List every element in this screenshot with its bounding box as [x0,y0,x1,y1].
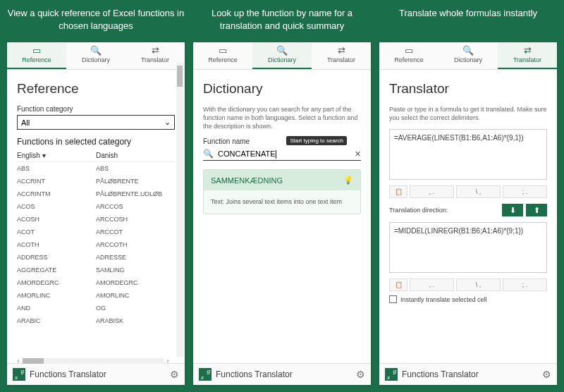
gear-icon[interactable]: ⚙ [542,369,551,380]
result-desc: Text: Joins several text items into one … [204,190,360,214]
tab-dictionary[interactable]: 🔍Dictionary [439,42,498,69]
clear-icon[interactable]: ✕ [355,149,361,159]
delim-button[interactable]: ; . [503,278,547,291]
table-row[interactable]: ACOTHARCCOTH [17,238,175,251]
sort-desc-icon: ▾ [42,152,46,159]
delimiter-row-top: 📋 , . \ , ; . [389,185,547,198]
tooltip: Start typing to search [286,136,347,145]
paste-icon[interactable]: 📋 [389,278,407,291]
search-icon: 🔍 [440,46,496,56]
panel-dictionary: ▭Reference 🔍Dictionary ⇄Translator Dicti… [193,42,371,385]
caption-dictionary: Look up the function by name for a trans… [193,7,371,34]
app-logo-icon [13,368,25,381]
checkbox-icon [389,295,397,303]
translate-icon: ⇄ [313,46,369,56]
page-title: Reference [17,81,175,97]
category-select[interactable]: All⌄ [17,115,175,130]
tab-translator[interactable]: ⇄Translator [498,42,557,69]
gear-icon[interactable]: ⚙ [170,369,179,380]
category-label: Function category [17,105,175,113]
panel-translator: ▭Reference 🔍Dictionary ⇄Translator Trans… [379,42,557,385]
reference-tab-icon: ▭ [8,46,65,56]
function-list: ABSABSACCRINTPÅLØBRENTEACCRINTMPÅLØBRENT… [17,162,175,327]
page-title: Dictionary [203,81,361,97]
tab-dictionary[interactable]: 🔍Dictionary [66,42,125,69]
scroll-thumb[interactable] [177,66,183,87]
table-row[interactable]: ACOSHARCCOSH [17,213,175,226]
description: With the dictionary you can search for a… [203,105,361,130]
result-card[interactable]: SAMMENKÆDNING💡 Text: Joins several text … [203,169,361,214]
table-row[interactable]: AMORLINCAMORLINC [17,289,175,302]
formula-input[interactable]: =AVERAGE(LINEST(B1:B6,A1:A6)*{9,1}) [389,129,547,180]
reference-tab-icon: ▭ [195,46,251,56]
formula-output[interactable]: =MIDDEL(LINREGR(B1:B6;A1:A6)*{9;1}) [389,222,547,273]
scrollbar-horizontal[interactable]: ‹› [14,357,172,365]
search-icon: 🔍 [68,46,124,56]
col-english[interactable]: English ▾ [17,152,96,159]
table-row[interactable]: ADDRESSADRESSE [17,251,175,264]
translate-down-button[interactable]: ⬇ [502,204,523,216]
lightbulb-icon: 💡 [343,176,353,185]
table-row[interactable]: ACCRINTMPÅLØBRENTE.UDLØB [17,188,175,200]
paste-icon[interactable]: 📋 [389,185,407,198]
chevron-down-icon: ⌄ [164,118,171,127]
tab-reference[interactable]: ▭Reference [379,42,439,69]
delim-button[interactable]: , . [410,185,454,198]
tabs: ▭Reference 🔍Dictionary ⇄Translator [7,42,185,70]
caption-translator: Translate whole formulas instantly [379,7,557,34]
search-input[interactable]: 🔍 CONCATENATE ✕ [203,147,361,161]
caption-reference: View a quick reference of Excel function… [7,7,185,34]
table-row[interactable]: ANDOG [17,302,175,314]
search-icon: 🔍 [254,46,310,56]
scroll-right-icon[interactable]: › [164,357,172,365]
tab-reference[interactable]: ▭Reference [193,42,252,69]
delimiter-row-bottom: 📋 , . \ , ; . [389,278,547,291]
search-icon: 🔍 [203,149,214,159]
app-logo-icon [199,368,212,381]
list-heading: Functions in selected category [17,137,175,147]
scrollbar-vertical[interactable] [176,62,183,357]
table-header: English ▾ Danish [17,149,175,162]
translate-icon: ⇄ [499,46,556,56]
delim-button[interactable]: \ , [456,278,501,291]
page-title: Translator [389,81,547,97]
translate-icon: ⇄ [127,46,183,56]
gear-icon[interactable]: ⚙ [356,369,365,380]
col-danish[interactable]: Danish [96,152,175,159]
delim-button[interactable]: , . [410,278,454,291]
reference-tab-icon: ▭ [381,46,437,56]
delim-button[interactable]: \ , [456,185,501,198]
table-row[interactable]: ARABICARABISK [17,314,175,327]
translate-up-button[interactable]: ⬆ [526,204,547,216]
footer-title: Functions Translator [30,369,170,379]
scroll-left-icon[interactable]: ‹ [14,357,23,365]
panel-reference: ▭Reference 🔍Dictionary ⇄Translator Refer… [7,42,185,385]
tab-reference[interactable]: ▭Reference [7,42,66,69]
tab-translator[interactable]: ⇄Translator [312,42,371,69]
table-row[interactable]: ABSABS [17,162,175,175]
table-row[interactable]: ACCRINTPÅLØBRENTE [17,175,175,188]
tab-dictionary[interactable]: 🔍Dictionary [252,42,312,69]
footer: Functions Translator ⚙ [7,363,185,385]
app-logo-icon [385,368,398,381]
direction-label: Translation direction: [389,207,499,214]
description: Paste or type in a formula to get it tra… [389,105,547,122]
table-row[interactable]: ACOTARCCOT [17,226,175,238]
table-row[interactable]: AMORDEGRCAMORDEGRC [17,276,175,289]
result-name: SAMMENKÆDNING [211,176,283,185]
delim-button[interactable]: ; . [503,185,547,198]
table-row[interactable]: ACOSARCCOS [17,200,175,213]
instant-translate-checkbox[interactable]: Instantly translate selected cell [389,295,547,303]
table-row[interactable]: AGGREGATESAMLING [17,264,175,276]
